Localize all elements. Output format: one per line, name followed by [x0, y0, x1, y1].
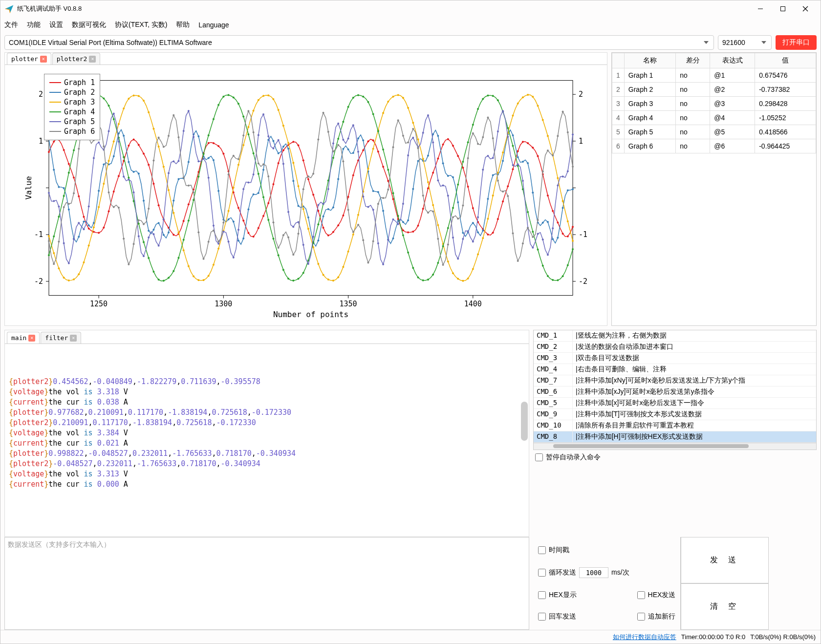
command-row[interactable]: CMD_4|右击条目可删除、编辑、注释 [534, 364, 816, 375]
svg-point-609 [278, 247, 280, 249]
loop-interval-input[interactable] [579, 567, 608, 578]
svg-point-141 [58, 186, 60, 188]
legend-item[interactable]: Graph 6 [49, 127, 95, 136]
plot-panel: plotter×plotter2× 1250130013501400-2-2-1… [4, 52, 607, 326]
close-button[interactable] [794, 1, 817, 16]
command-row[interactable]: CMD_3|双击条目可发送数据 [534, 353, 816, 364]
svg-point-642 [442, 264, 444, 266]
timestamp-checkbox[interactable] [538, 546, 546, 554]
command-row[interactable]: CMD_2|发送的数据会自动添加进本窗口 [534, 342, 816, 353]
legend-item[interactable]: Graph 3 [49, 98, 95, 107]
baud-value: 921600 [722, 39, 745, 46]
legend-item[interactable]: Graph 2 [49, 88, 95, 97]
tab-close-icon[interactable]: × [28, 335, 35, 342]
tab-main[interactable]: main× [7, 332, 40, 343]
legend-swatch-icon [49, 121, 61, 122]
hex-send-checkbox[interactable] [637, 591, 645, 599]
tab-close-icon[interactable]: × [89, 56, 96, 63]
menu-协议(TEXT, 实数)[interactable]: 协议(TEXT, 实数) [115, 21, 167, 29]
svg-point-178 [242, 237, 244, 239]
menu-Language[interactable]: Language [198, 21, 229, 29]
minimize-button[interactable] [749, 1, 772, 16]
svg-point-668 [572, 166, 574, 168]
legend-item[interactable]: Graph 5 [49, 117, 95, 126]
table-row[interactable]: 2Graph 2no@2-0.737382 [612, 83, 816, 97]
terminal-scrollbar[interactable] [521, 402, 528, 441]
svg-point-313 [387, 101, 389, 103]
svg-point-610 [282, 234, 284, 236]
command-hscroll[interactable] [533, 443, 817, 450]
svg-text:-2: -2 [34, 277, 43, 286]
svg-point-438 [482, 98, 484, 100]
command-row[interactable]: CMD_9|注释中添加[T]可强制按文本形式发送数据 [534, 409, 816, 420]
svg-point-405 [317, 223, 319, 225]
svg-point-278 [213, 264, 215, 266]
pause-checkbox[interactable] [535, 453, 543, 461]
svg-point-290 [272, 98, 274, 100]
menu-数据可视化[interactable]: 数据可视化 [72, 21, 106, 29]
svg-point-523 [377, 242, 379, 244]
command-row[interactable]: CMD_6|注释中添加[xJy]可延时x毫秒后发送第y条指令 [534, 386, 816, 398]
baud-select[interactable]: 921600 [718, 35, 772, 50]
pause-row: 暂停自动录入命令 [533, 450, 817, 465]
maximize-button[interactable] [772, 1, 794, 16]
send-input[interactable]: 数据发送区（支持多行文本输入） [4, 537, 529, 630]
clear-button[interactable]: 清 空 [681, 583, 769, 630]
command-row[interactable]: CMD_1|竖线左侧为注释，右侧为数据 [534, 330, 816, 342]
svg-point-33 [48, 151, 50, 153]
menu-功能[interactable]: 功能 [27, 21, 41, 29]
cr-send-checkbox[interactable] [538, 613, 546, 621]
svg-point-287 [258, 99, 259, 101]
svg-point-177 [238, 240, 239, 242]
svg-point-262 [133, 94, 135, 96]
menu-文件[interactable]: 文件 [4, 21, 18, 29]
svg-point-198 [342, 148, 344, 150]
chart-canvas[interactable]: 1250130013501400-2-2-1-11122Number of po… [24, 70, 597, 321]
svg-point-656 [512, 233, 514, 235]
svg-point-388 [233, 96, 235, 98]
hex-show-checkbox[interactable] [538, 591, 546, 599]
svg-point-616 [312, 173, 314, 175]
svg-point-477 [148, 236, 150, 238]
legend-item[interactable]: Graph 1 [49, 78, 95, 87]
table-row[interactable]: 4Graph 4no@4-1.05252 [612, 111, 816, 125]
svg-point-540 [462, 238, 464, 240]
menu-帮助[interactable]: 帮助 [176, 21, 190, 29]
send-button[interactable]: 发 送 [681, 537, 769, 583]
command-row[interactable]: CMD_5|注释中添加[x]可延时x毫秒后发送下一指令 [534, 398, 816, 409]
append-checkbox[interactable] [637, 613, 645, 621]
svg-point-43 [98, 232, 100, 234]
legend-item[interactable]: Graph 4 [49, 107, 95, 116]
svg-point-74 [253, 236, 255, 237]
command-row[interactable]: CMD_10|清除所有条目并重启软件可重置本教程 [534, 420, 816, 431]
table-row[interactable]: 1Graph 1no@10.675476 [612, 68, 816, 83]
svg-point-67 [217, 145, 219, 147]
tab-plotter[interactable]: plotter× [7, 53, 51, 64]
svg-point-176 [233, 221, 235, 223]
command-row[interactable]: CMD_7|注释中添加[xNy]可延时x毫秒后发送发送上/下方第y个指 [534, 375, 816, 386]
svg-point-80 [282, 149, 284, 151]
terminal-output[interactable]: {plotter2}0.454562,-0.040849,-1.822279,0… [5, 344, 529, 537]
tab-close-icon[interactable]: × [40, 56, 47, 63]
svg-point-320 [422, 158, 424, 160]
tab-close-icon[interactable]: × [70, 335, 77, 342]
svg-point-372 [152, 271, 154, 273]
open-port-button[interactable]: 打开串口 [776, 35, 817, 50]
menu-设置[interactable]: 设置 [49, 21, 63, 29]
svg-point-504 [282, 163, 284, 165]
command-row[interactable]: CMD_8|注释中添加[H]可强制按HEX形式发送数据 [534, 431, 816, 443]
svg-point-411 [347, 106, 349, 108]
svg-point-140 [53, 169, 55, 171]
table-row[interactable]: 3Graph 3no@30.298428 [612, 97, 816, 111]
port-select[interactable]: COM1(IDLE Virtual Serial Port (Eltima So… [4, 35, 714, 50]
table-row[interactable]: 5Graph 5no@50.418566 [612, 125, 816, 139]
table-row[interactable]: 6Graph 6no@6-0.964425 [612, 139, 816, 153]
tab-plotter2[interactable]: plotter2× [52, 53, 101, 64]
loop-checkbox[interactable] [538, 569, 546, 577]
svg-point-558 [552, 227, 554, 229]
svg-point-113 [447, 138, 449, 140]
svg-point-236 [532, 192, 534, 193]
help-link[interactable]: 如何进行数据自动应答 [613, 633, 676, 642]
tab-filter[interactable]: filter× [41, 332, 81, 343]
svg-point-292 [282, 125, 284, 127]
